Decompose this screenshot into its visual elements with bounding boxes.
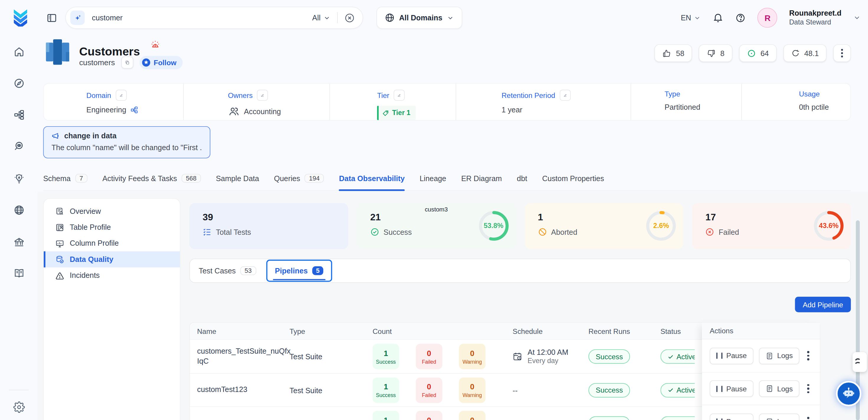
user-avatar[interactable]: R (758, 8, 778, 28)
recent-run-badge[interactable]: Success (588, 349, 630, 364)
nav-glossary[interactable] (8, 262, 30, 284)
check-icon (668, 387, 674, 393)
nav-observability[interactable] (8, 135, 30, 157)
nav-govern[interactable] (8, 231, 30, 253)
subtab-pipelines[interactable]: Pipelines 5 (266, 260, 332, 282)
nav-insights[interactable] (8, 167, 30, 189)
edit-domain-icon[interactable] (116, 90, 127, 101)
announcement-card[interactable]: change in data The column "name" will be… (43, 126, 210, 158)
col-header-actions: Actions (702, 323, 820, 339)
language-dropdown[interactable]: EN (681, 13, 701, 22)
status-badge: Active (660, 349, 694, 364)
thumbs-down-icon (706, 49, 716, 58)
database-check-icon (56, 255, 64, 264)
sidebar-toggle-icon[interactable] (46, 13, 57, 23)
row-kebab-menu[interactable] (805, 415, 811, 420)
tab-activity-feeds[interactable]: Activity Feeds & Tasks568 (102, 166, 201, 190)
pause-button[interactable]: Pause (710, 348, 753, 364)
global-search-bar[interactable]: customer All (65, 7, 363, 29)
row-kebab-menu[interactable] (805, 349, 811, 362)
tier-badge[interactable]: Tier 1 (377, 106, 416, 120)
logs-icon (766, 385, 773, 393)
user-info[interactable]: Rounakpreet.d Data Steward (789, 9, 841, 27)
search-input[interactable]: customer (92, 13, 123, 22)
status-badge: Active (660, 417, 694, 420)
domains-dropdown[interactable]: All Domains (376, 7, 462, 29)
chatbot-button[interactable] (836, 381, 861, 406)
compass-icon (13, 77, 25, 89)
kebab-menu-icon (841, 49, 843, 58)
retention-value: 1 year (502, 106, 522, 114)
panel-item-column-profile[interactable]: Column Profile (44, 235, 180, 251)
tab-data-observability[interactable]: Data Observability (339, 166, 405, 190)
pipeline-name[interactable]: customTest123 (197, 385, 292, 395)
domain-value[interactable]: Engineering (86, 106, 126, 114)
add-pipeline-button[interactable]: Add Pipeline (795, 297, 851, 312)
logs-icon (766, 352, 773, 360)
pause-button[interactable]: Pause (710, 380, 753, 397)
announcement-body: The column "name" will be changed to "Fi… (52, 143, 202, 152)
owners-value[interactable]: Accounting (244, 107, 281, 116)
target-icon (746, 49, 756, 58)
divider (337, 12, 338, 23)
logs-button[interactable]: Logs (759, 413, 799, 420)
nav-platform[interactable] (8, 103, 30, 126)
freshness-button[interactable]: 48.1 (783, 44, 827, 62)
nav-settings[interactable] (8, 396, 30, 418)
edit-retention-icon[interactable] (559, 90, 571, 101)
nav-domains[interactable] (8, 199, 30, 221)
quality-subtabs: Test Cases 53 Pipelines 5 (189, 259, 851, 283)
edit-tier-icon[interactable] (394, 90, 405, 101)
pipeline-name[interactable]: customers_TestSuite_nuQfxIqC (197, 347, 292, 367)
aborted-label: Aborted (551, 228, 578, 236)
search-scope-dropdown[interactable]: All (312, 13, 331, 22)
notifications-bell-icon[interactable] (713, 12, 724, 23)
doc-search-icon (56, 207, 64, 216)
tag-icon (383, 110, 389, 116)
panel-item-overview[interactable]: Overview (44, 203, 180, 219)
logs-button[interactable]: Logs (759, 348, 799, 364)
copy-icon[interactable] (121, 56, 133, 68)
row-kebab-menu[interactable] (805, 382, 811, 395)
aborted-donut: 2.6% (646, 210, 677, 241)
tab-sample-data[interactable]: Sample Data (216, 166, 259, 190)
subtab-test-cases[interactable]: Test Cases 53 (199, 259, 256, 282)
schedule-cell: -- (513, 386, 518, 394)
entity-stats: 58 8 64 48.1 (654, 44, 851, 62)
upvote-button[interactable]: 58 (654, 44, 692, 62)
search-clear-icon[interactable] (344, 12, 355, 23)
panel-item-incidents[interactable]: Incidents (44, 268, 180, 283)
tab-custom-properties[interactable]: Custom Properties (542, 166, 604, 190)
openmetadata-logo-icon[interactable] (11, 8, 30, 27)
logs-button[interactable]: Logs (759, 380, 799, 397)
panel-item-table-profile[interactable]: Table Profile (44, 219, 180, 235)
more-options-button[interactable] (833, 44, 851, 62)
help-icon[interactable] (736, 12, 746, 23)
follow-button[interactable]: Follow (139, 56, 183, 69)
recent-run-badge[interactable]: Success (588, 417, 630, 420)
downvote-button[interactable]: 8 (699, 44, 732, 62)
edit-owners-icon[interactable] (257, 90, 269, 101)
panel-item-data-quality[interactable]: Data Quality (44, 251, 180, 267)
failed-donut: 43.6% (813, 210, 844, 241)
count-chips: 1Success 0Failed 0Warning (364, 377, 511, 402)
quality-score: 64 (761, 49, 769, 57)
recent-run-badge[interactable]: Success (588, 383, 630, 397)
quality-score-button[interactable]: 64 (739, 44, 777, 62)
chevron-down-icon[interactable] (853, 14, 861, 22)
tab-queries[interactable]: Queries194 (274, 166, 324, 190)
tab-lineage[interactable]: Lineage (420, 166, 446, 190)
check-circle-icon (370, 228, 379, 236)
refresh-icon (791, 49, 800, 58)
tab-er-diagram[interactable]: ER Diagram (461, 166, 502, 190)
tab-schema[interactable]: Schema7 (43, 166, 87, 190)
nav-home[interactable] (8, 40, 30, 63)
pause-button[interactable]: Pause (710, 413, 753, 420)
pipeline-name[interactable]: Business Tests (197, 419, 292, 420)
top-bar: customer All All Domains EN (0, 0, 868, 35)
status-badge: Active (660, 383, 694, 397)
home-icon (13, 46, 25, 57)
success-donut: 53.8% (478, 210, 509, 241)
tab-dbt[interactable]: dbt (517, 166, 527, 190)
nav-explore[interactable] (8, 72, 30, 94)
